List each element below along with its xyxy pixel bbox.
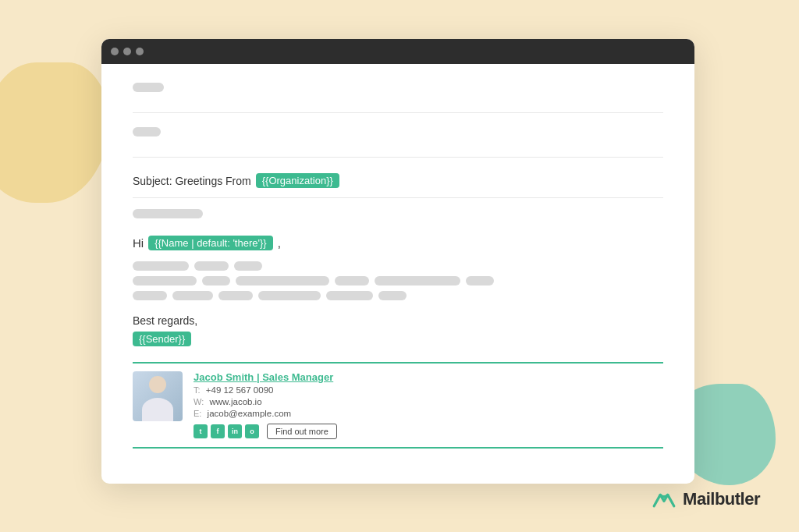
regards-text: Best regards, — [133, 314, 663, 327]
email-window: Subject: Greetings From {{Organization}}… — [101, 39, 694, 484]
window-titlebar — [101, 39, 694, 64]
web-label: W: — [194, 397, 204, 406]
phone-value: +49 12 567 0090 — [206, 385, 274, 395]
mailbutler-logo: Mailbutler — [652, 488, 760, 510]
ph-b2-4 — [335, 276, 369, 286]
web-value: www.jacob.io — [209, 397, 261, 406]
avatar-head — [149, 376, 166, 393]
ph-b3-4 — [258, 291, 321, 300]
phone-label: T: — [194, 385, 201, 395]
email-content: Subject: Greetings From {{Organization}}… — [101, 64, 694, 467]
ph-b3-3 — [218, 291, 253, 300]
regards-section: Best regards, {{Sender}} — [133, 314, 663, 346]
ph-b2-3 — [236, 276, 329, 286]
name-tag[interactable]: {{Name | default: 'there'}} — [148, 236, 273, 250]
titlebar-dot-1 — [111, 48, 119, 55]
mailbutler-icon — [652, 488, 676, 510]
ph-b3-1 — [133, 291, 167, 300]
divider-3 — [133, 197, 663, 198]
ph-b2-2 — [202, 276, 230, 286]
hi-comma: , — [278, 236, 281, 250]
email-header-placeholders — [133, 83, 663, 165]
ph-b3-5 — [326, 291, 373, 300]
subject-row: Subject: Greetings From {{Organization}} — [133, 173, 663, 188]
email-label: E: — [194, 409, 201, 418]
email-signature: Jacob Smith | Sales Manager T: +49 12 56… — [133, 362, 663, 449]
twitter-icon[interactable]: t — [194, 424, 208, 438]
divider-1 — [133, 112, 663, 113]
facebook-icon[interactable]: f — [211, 424, 225, 438]
signature-email: E: jacob@example.com — [194, 409, 663, 418]
body-row-2 — [133, 276, 663, 286]
placeholder-to — [133, 83, 164, 92]
ph-b2-6 — [466, 276, 494, 286]
mailbutler-text: Mailbutler — [683, 489, 760, 509]
avatar — [133, 371, 183, 421]
find-out-more-button[interactable]: Find out more — [267, 424, 337, 439]
ph-b2-1 — [133, 276, 197, 286]
hi-text: Hi — [133, 236, 144, 250]
email-value: jacob@example.com — [208, 409, 292, 418]
avatar-body — [142, 398, 173, 421]
signature-info: Jacob Smith | Sales Manager T: +49 12 56… — [194, 371, 663, 439]
titlebar-dot-2 — [123, 48, 131, 55]
social-row: t f in o Find out more — [194, 424, 663, 439]
ph-b3-2 — [172, 291, 213, 300]
titlebar-dot-3 — [136, 48, 144, 55]
ph-b1-3 — [234, 261, 262, 271]
body-row-3 — [133, 291, 663, 300]
ph-b2-5 — [375, 276, 460, 286]
sender-tag[interactable]: {{Sender}} — [133, 332, 191, 346]
organization-tag[interactable]: {{Organization}} — [256, 173, 339, 188]
instagram-icon[interactable]: o — [245, 424, 259, 438]
body-placeholders — [133, 261, 663, 300]
hi-row: Hi {{Name | default: 'there'}} , — [133, 236, 663, 250]
subject-prefix: Subject: Greetings From — [133, 175, 251, 187]
signature-phone: T: +49 12 567 0090 — [194, 385, 663, 395]
ph-b1-2 — [194, 261, 229, 271]
signature-web: W: www.jacob.io — [194, 397, 663, 406]
decorative-blob-left — [0, 62, 109, 203]
divider-2 — [133, 157, 663, 158]
placeholder-from — [133, 127, 161, 137]
ph-b3-6 — [378, 291, 407, 300]
body-row-1 — [133, 261, 663, 271]
linkedin-icon[interactable]: in — [228, 424, 242, 438]
placeholder-recipient — [133, 209, 203, 218]
signature-name: Jacob Smith | Sales Manager — [194, 371, 663, 383]
ph-b1-1 — [133, 261, 189, 271]
